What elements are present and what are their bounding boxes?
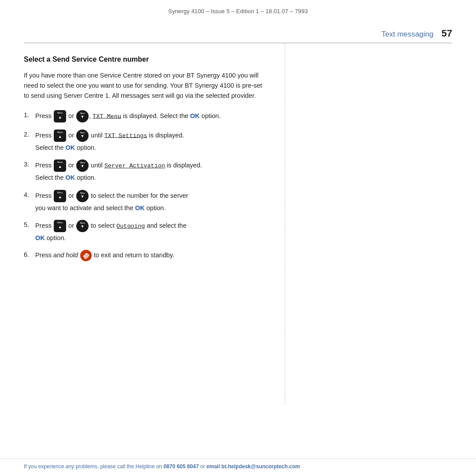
ok-label: OK	[190, 112, 200, 119]
main-column: Select a Send Service Centre number If y…	[24, 43, 285, 404]
display-text: Outgoing	[116, 223, 145, 230]
nav-button-icon	[76, 130, 89, 142]
steps-list: 1. Press or , TXT Menu is displayed. Sel…	[24, 110, 269, 263]
page-number: 57	[442, 28, 452, 39]
menu-button-icon	[54, 190, 66, 202]
footer-text-mid: or	[200, 463, 206, 470]
two-col-layout: Select a Send Service Centre number If y…	[24, 43, 452, 404]
list-item: 4. Press or to select the number for the…	[24, 190, 269, 214]
nav-button-icon	[76, 220, 89, 232]
footer-email: bt.helpdesk@suncorptech.com	[221, 463, 300, 470]
footer-email-label: email	[206, 463, 220, 470]
right-column	[285, 43, 452, 404]
step-number: 1.	[24, 110, 35, 120]
display-text: TXT Settings	[104, 132, 147, 139]
step-number: 4.	[24, 190, 35, 200]
step-content: Press or , TXT Menu is displayed. Select…	[35, 110, 269, 123]
step-content: Press or to select the number for the se…	[35, 190, 269, 214]
section-title: Text messaging	[381, 30, 433, 39]
ok-label: OK	[66, 174, 75, 181]
step-content: Press or until Server Activation is disp…	[35, 159, 269, 183]
ok-label: OK	[66, 144, 75, 151]
step-content: Press or until TXT Settings is displayed…	[35, 130, 269, 153]
page-title-area: Text messaging 57	[381, 28, 452, 39]
list-item: 3. Press or until Server Activation is d…	[24, 159, 269, 183]
end-call-icon	[80, 250, 92, 261]
top-section: Text messaging 57	[0, 19, 476, 43]
footer-bar: If you experience any problems, please c…	[0, 459, 476, 474]
list-item: 2. Press or until TXT Settings is displa…	[24, 130, 269, 153]
nav-button-icon	[76, 190, 89, 202]
list-item: 1. Press or , TXT Menu is displayed. Sel…	[24, 110, 269, 123]
menu-button-icon	[54, 220, 66, 232]
intro-text: If you have more than one Service Centre…	[24, 70, 269, 101]
page-header: Synergy 4100 – Issue 5 – Edition 1 – 18.…	[0, 0, 476, 19]
step-number: 3.	[24, 159, 35, 169]
section-heading: Select a Send Service Centre number	[24, 56, 269, 63]
display-text: TXT Menu	[93, 113, 121, 119]
footer-text-start: If you experience any problems, please c…	[24, 463, 162, 470]
display-text: Server Activation	[104, 163, 165, 169]
step-content: Press and hold to exit and return to sta…	[35, 250, 269, 262]
nav-button-icon	[76, 110, 89, 122]
list-item: 5. Press or to select Outgoing and selec…	[24, 220, 269, 244]
footer-phone: 0870 605 8047	[164, 463, 199, 470]
ok-label: OK	[35, 234, 45, 241]
italic-text: and hold	[53, 252, 78, 259]
nav-button-icon	[76, 159, 89, 172]
step-number: 2.	[24, 130, 35, 139]
menu-button-icon	[54, 130, 66, 142]
step-content: Press or to select Outgoing and select t…	[35, 220, 269, 244]
step-number: 6.	[24, 250, 35, 259]
step-number: 5.	[24, 220, 35, 230]
header-text: Synergy 4100 – Issue 5 – Edition 1 – 18.…	[168, 8, 308, 15]
menu-button-icon	[54, 159, 66, 172]
list-item: 6. Press and hold to exit and return to …	[24, 250, 269, 262]
menu-button-icon	[54, 110, 66, 122]
ok-label: OK	[135, 204, 145, 211]
